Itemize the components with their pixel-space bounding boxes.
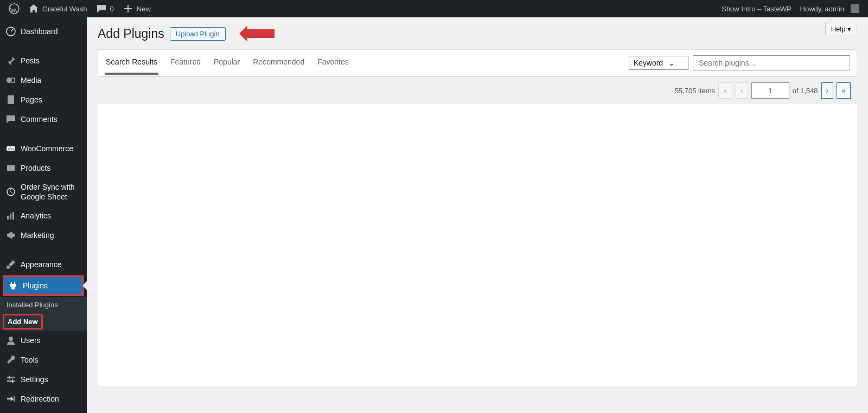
help-button[interactable]: Help ▾ [825, 23, 857, 35]
search-type-select[interactable]: Keyword ⌄ [629, 56, 688, 70]
analytics-icon [5, 210, 16, 221]
howdy-link[interactable]: Howdy, admin [796, 0, 864, 17]
sidebar-item-redirection[interactable]: Redirection [0, 389, 87, 409]
megaphone-icon [5, 230, 16, 241]
admin-topbar: Grateful Wash 0 New Show Intro – TasteWP… [0, 0, 868, 17]
svg-point-12 [7, 266, 10, 269]
comment-icon [5, 114, 16, 125]
comment-count: 0 [110, 5, 114, 13]
sidebar-item-marketing[interactable]: Marketing [0, 225, 87, 245]
sidebar-item-tools[interactable]: Tools [0, 350, 87, 370]
tab-popular[interactable]: Popular [213, 51, 241, 75]
svg-rect-10 [12, 212, 14, 220]
svg-rect-6 [7, 165, 15, 171]
sync-icon [5, 186, 16, 197]
tab-featured[interactable]: Featured [169, 51, 202, 75]
upload-plugin-button[interactable]: Upload Plugin [170, 27, 226, 41]
svg-rect-9 [10, 214, 11, 220]
plugins-list [98, 104, 857, 386]
wp-logo[interactable] [4, 0, 24, 17]
sidebar-item-appearance[interactable]: Appearance [0, 255, 87, 274]
sidebar-item-settings[interactable]: Settings [0, 370, 87, 389]
wrench-icon [5, 354, 16, 365]
sidebar-sub-add-new[interactable]: Add New [4, 315, 41, 328]
sidebar-item-posts[interactable]: Posts [0, 51, 87, 70]
media-icon [5, 75, 16, 86]
sidebar-item-pages[interactable]: Pages [0, 90, 87, 109]
svg-text:Woo: Woo [8, 147, 15, 150]
page-title: Add Plugins [98, 27, 164, 41]
home-icon [28, 3, 39, 14]
admin-sidebar: Dashboard Posts Media Pages Comments Woo… [0, 17, 87, 413]
search-plugins-input[interactable] [693, 55, 850, 70]
filter-panel: Search Results Featured Popular Recommen… [98, 49, 857, 77]
page-next-button[interactable]: › [821, 82, 834, 99]
tab-recommended[interactable]: Recommended [252, 51, 305, 75]
page-of-label: of 1,548 [793, 87, 818, 95]
tab-favorites[interactable]: Favorites [316, 51, 350, 75]
site-name-link[interactable]: Grateful Wash [24, 0, 92, 17]
howdy-text: Howdy, admin [800, 5, 844, 13]
svg-rect-16 [9, 376, 10, 379]
dashboard-icon [5, 26, 16, 37]
site-name-text: Grateful Wash [42, 5, 87, 13]
page-icon [5, 94, 16, 105]
tab-search-results[interactable]: Search Results [105, 51, 158, 75]
page-first-button[interactable]: « [718, 82, 732, 99]
woo-icon: Woo [5, 143, 16, 154]
comments-link[interactable]: 0 [92, 0, 118, 17]
wordpress-icon [9, 3, 20, 14]
sidebar-item-plugins[interactable]: Plugins [4, 277, 82, 294]
sidebar-item-analytics[interactable]: Analytics [0, 206, 87, 225]
page-current-input[interactable] [751, 82, 789, 99]
sidebar-item-comments[interactable]: Comments [0, 109, 87, 129]
redirect-icon [5, 393, 16, 404]
svg-rect-17 [12, 379, 13, 383]
highlight-arrow [231, 25, 275, 42]
svg-rect-15 [7, 380, 15, 382]
sidebar-item-woocommerce[interactable]: Woo WooCommerce [0, 139, 87, 158]
avatar [851, 4, 859, 13]
page-last-button[interactable]: » [837, 82, 851, 99]
svg-point-11 [12, 234, 15, 237]
sidebar-item-dashboard[interactable]: Dashboard [0, 22, 87, 41]
sidebar-item-products[interactable]: Products [0, 158, 87, 178]
sidebar-item-order-sync[interactable]: Order Sync with Google Sheet [0, 178, 87, 206]
main-content: Help ▾ Add Plugins Upload Plugin Search … [87, 17, 868, 413]
sidebar-sub-installed-plugins[interactable]: Installed Plugins [0, 297, 87, 313]
brush-icon [5, 259, 16, 270]
sidebar-item-users[interactable]: Users [0, 331, 87, 350]
show-intro-link[interactable]: Show Intro – TasteWP [717, 0, 795, 17]
page-prev-button[interactable]: ‹ [736, 82, 748, 99]
svg-rect-8 [7, 216, 9, 220]
new-label: New [137, 5, 151, 13]
sidebar-item-media[interactable]: Media [0, 70, 87, 90]
plugin-icon [8, 280, 18, 291]
user-icon [5, 335, 16, 346]
settings-icon [5, 374, 16, 385]
svg-rect-18 [14, 396, 15, 402]
svg-point-13 [9, 337, 13, 341]
svg-point-2 [7, 78, 12, 83]
filter-tabs: Search Results Featured Popular Recommen… [105, 51, 350, 75]
comment-icon [96, 3, 107, 14]
products-icon [5, 163, 16, 173]
svg-rect-3 [8, 95, 14, 104]
total-items: 55,705 items [675, 87, 715, 95]
svg-rect-14 [7, 377, 15, 378]
pagination: 55,705 items « ‹ of 1,548 › » [98, 77, 857, 104]
plus-icon [123, 3, 133, 14]
new-link[interactable]: New [118, 0, 155, 17]
chevron-down-icon: ⌄ [668, 59, 675, 67]
pin-icon [5, 55, 16, 66]
